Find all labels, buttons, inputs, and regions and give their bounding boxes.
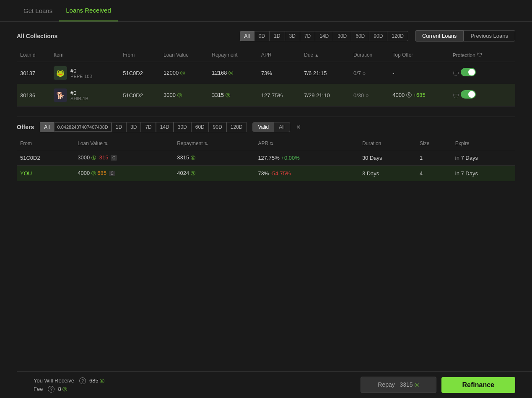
refinance-button[interactable]: Refinance [441, 377, 515, 393]
offers-close-btn[interactable]: ✕ [296, 124, 301, 130]
filter-row: All Collections All 0D 1D 3D 7D 14D 30D … [17, 30, 515, 42]
oth-size: Size [416, 137, 452, 150]
loan-repayment-1: 12168 ⓢ [208, 62, 258, 84]
offer-row-2: YOU 4000 ⓢ 685 C 4024 ⓢ 73% -54.75% 3 Da… [17, 166, 515, 181]
apr-sort-icon [270, 141, 273, 146]
offers-filter-90d[interactable]: 90D [209, 122, 226, 132]
filter-1d[interactable]: 1D [270, 31, 285, 41]
th-loan-value: Loan Value [160, 48, 208, 62]
offer-apr-2: 73% -54.75% [254, 166, 359, 181]
bottom-buttons: Repay 3315 ⓢ Refinance [361, 377, 515, 393]
th-duration: Duration [350, 48, 389, 62]
repay-button[interactable]: Repay 3315 ⓢ [361, 377, 436, 393]
loan-top-offer-2: 4000 ⓢ +685 [389, 84, 449, 107]
offer-lv-diff-1: -315 [97, 154, 108, 161]
due-sort-icon [315, 53, 319, 57]
item-thumb-2: 🐕 [54, 88, 67, 102]
offers-filter-all[interactable]: All [40, 122, 54, 132]
loan-apr-2: 127.75% [258, 84, 301, 107]
loan-type-filter: Current Loans Previous Loans [415, 30, 515, 42]
receive-label: You Will Receive [34, 377, 74, 384]
offer-size-1: 1 [416, 150, 452, 166]
th-protection: Protection 🛡 [449, 48, 505, 62]
previous-loans-btn[interactable]: Previous Loans [464, 30, 515, 42]
filter-14d[interactable]: 14D [315, 31, 333, 41]
item-thumb-1: 🐸 [54, 66, 67, 80]
loan-apr-1: 73% [258, 62, 301, 84]
duration-circle-2: 0/30 ○ [353, 92, 369, 99]
oth-repayment: Repayment [174, 137, 254, 150]
filter-7d[interactable]: 7D [300, 31, 315, 41]
current-loans-btn[interactable]: Current Loans [415, 30, 464, 42]
top-offer-diff-2: +685 [413, 92, 425, 98]
item-collection-2: SHIB-1B [70, 96, 88, 101]
offer-c-badge-2[interactable]: C [109, 171, 115, 176]
fee-info-icon[interactable]: ? [48, 386, 54, 393]
loan-value-1: 12000 ⓢ [160, 62, 208, 84]
receive-info-icon[interactable]: ? [79, 377, 86, 384]
offer-expire-2: in 7 Days [452, 166, 515, 181]
oth-from: From [17, 137, 74, 150]
loan-row-1: 30137 🐸 #0 PEPE-10B 51C0D2 12000 ⓢ 12168… [17, 62, 515, 84]
offers-section: Offers All 0.04282407407407408D 1D 3D 7D… [17, 117, 515, 181]
offer-c-badge-1[interactable]: C [111, 155, 117, 161]
offer-row-1: 51C0D2 3000 ⓢ -315 C 3315 ⓢ 127.75% +0.0… [17, 150, 515, 166]
oth-loan-value: Loan Value [74, 137, 174, 150]
th-loanid: LoanId [17, 48, 50, 62]
loans-table: LoanId Item From Loan Value Repayment AP… [17, 48, 515, 107]
duration-circle-1: 0/7 ○ [353, 70, 366, 76]
loan-value-sort-icon [104, 141, 108, 146]
offers-filter-120d[interactable]: 120D [226, 122, 247, 132]
all-btn[interactable]: All [274, 122, 289, 132]
offer-apr-diff-1: +0.00% [281, 155, 299, 161]
filter-90d[interactable]: 90D [369, 31, 387, 41]
loan-id-2: 30136 [17, 84, 50, 107]
tab-get-loans[interactable]: Get Loans [17, 0, 59, 21]
th-repayment: Repayment [208, 48, 258, 62]
item-id-2: #0 [70, 90, 88, 96]
repay-label: Repay [378, 381, 394, 388]
toggle-1[interactable] [461, 68, 476, 76]
th-from: From [119, 48, 160, 62]
offer-repayment-2: 4024 ⓢ [174, 166, 254, 181]
receive-row: You Will Receive ? 685 ⓢ [34, 377, 104, 384]
filter-120d[interactable]: 120D [387, 31, 408, 41]
offers-table: From Loan Value Repayment APR Duration S… [17, 137, 515, 181]
tab-loans-received[interactable]: Loans Received [59, 0, 118, 21]
offers-filter-val[interactable]: 0.04282407407407408D [54, 122, 112, 132]
filter-30d[interactable]: 30D [333, 31, 351, 41]
offer-expire-1: in 7 Days [452, 150, 515, 166]
offer-apr-diff-2: -54.75% [270, 170, 291, 177]
offers-filter-row: Offers All 0.04282407407407408D 1D 3D 7D… [17, 117, 515, 137]
offer-apr-1: 127.75% +0.00% [254, 150, 359, 166]
offers-label: Offers [17, 124, 34, 130]
bottom-bar: You Will Receive ? 685 ⓢ Fee ? 8 ⓢ Repay… [17, 371, 532, 398]
loan-repayment-2: 3315 ⓢ [208, 84, 258, 107]
offers-filter-60d[interactable]: 60D [191, 122, 209, 132]
filter-0d[interactable]: 0D [254, 31, 270, 41]
filter-3d[interactable]: 3D [285, 31, 300, 41]
repayment-sort-icon [204, 141, 208, 146]
filter-60d[interactable]: 60D [351, 31, 369, 41]
toggle-2[interactable] [461, 90, 476, 99]
loan-from-2: 51C0D2 [119, 84, 160, 107]
offers-filter-7d[interactable]: 7D [141, 122, 156, 132]
item-info-2: #0 SHIB-1B [70, 90, 88, 101]
item-id-1: #0 [70, 68, 93, 74]
offer-lv-diff-2: 685 [97, 170, 106, 176]
offers-filter-14d[interactable]: 14D [156, 122, 174, 132]
filter-all[interactable]: All [240, 31, 254, 41]
valid-btn[interactable]: Valid [253, 122, 274, 132]
offer-size-2: 4 [416, 166, 452, 181]
offers-filter-1d[interactable]: 1D [112, 122, 126, 132]
app-container: Get Loans Loans Received All Collections… [0, 0, 532, 398]
offers-filter-30d[interactable]: 30D [174, 122, 191, 132]
loan-row-2: 30136 🐕 #0 SHIB-1B 51C0D2 3000 ⓢ 3315 ⓢ [17, 84, 515, 107]
loan-value-2: 3000 ⓢ [160, 84, 208, 107]
offers-filter-3d[interactable]: 3D [126, 122, 141, 132]
offer-from-2: YOU [17, 166, 74, 181]
fee-row: Fee ? 8 ⓢ [34, 386, 104, 393]
shield-icon-1: 🛡 [453, 70, 459, 78]
offer-duration-2: 3 Days [359, 166, 416, 181]
bottom-info: You Will Receive ? 685 ⓢ Fee ? 8 ⓢ [34, 377, 104, 393]
